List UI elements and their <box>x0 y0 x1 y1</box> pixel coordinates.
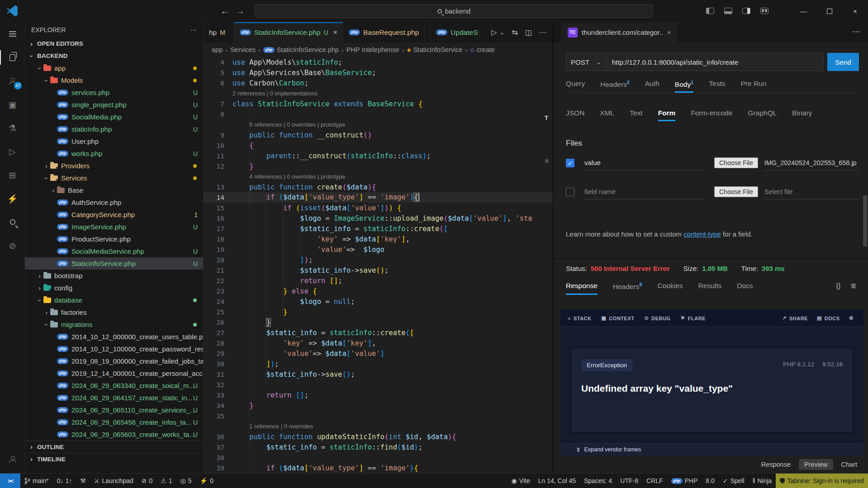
breadcrumb-item-staticinfoservice-php[interactable]: phpStaticInfoService.php <box>263 46 339 53</box>
compare-changes-icon[interactable]: ⇆ <box>512 28 517 37</box>
thunder-icon[interactable]: ⚡ <box>0 187 25 210</box>
ignition-tab-context[interactable]: ▦CONTEXT <box>602 315 635 321</box>
codelens-label[interactable]: 5 references | 0 overrides | prototype <box>232 121 345 128</box>
tab-tests[interactable]: Tests <box>709 80 725 93</box>
codelens-label[interactable]: 4 references | 0 overrides | prototype <box>232 173 345 180</box>
tree-item-imageservice-php[interactable]: phpImageService.phpU <box>25 221 203 233</box>
statusbar-git-branch[interactable]: main* <box>20 474 53 488</box>
tree-item-works-php[interactable]: phpworks.phpU <box>25 147 203 160</box>
tree-item-2019-12-14-000001-create-personal-acc-[interactable]: php2019_12_14_000001_create_personal_acc… <box>25 367 203 379</box>
menu-icon[interactable] <box>0 22 25 46</box>
scrollbar-thumb[interactable] <box>545 159 549 163</box>
tree-item-2024-06-29-064157-create-static-in-[interactable]: php2024_06_29_064157_create_static_in...… <box>25 392 203 404</box>
tab-staticinfoservice.php[interactable]: phpStaticInfoService.phpU× <box>234 22 343 43</box>
choose-file-button[interactable]: Choose File <box>714 157 758 168</box>
flask-icon[interactable]: ⚗ <box>0 116 25 140</box>
layout-customize-icon[interactable] <box>760 8 768 14</box>
statusbar-spell-checker[interactable]: ✓Spell <box>719 474 749 488</box>
tab-binary[interactable]: Binary <box>792 109 812 121</box>
tab-close-icon[interactable]: × <box>333 28 337 37</box>
tree-item-user-php[interactable]: phpUser.php <box>25 135 203 147</box>
tree-item-socialmediaservice-php[interactable]: phpSocialMediaService.phpU <box>25 245 203 257</box>
breadcrumb-item-create[interactable]: ◇create <box>470 46 495 53</box>
tab-pre-run[interactable]: Pre Run <box>740 80 766 93</box>
footer-chart-button[interactable]: Chart <box>837 459 862 470</box>
code-editor[interactable]: 4use App\Models\staticInfo;5use App\Serv… <box>204 57 553 473</box>
tab-docs[interactable]: Docs <box>737 282 753 295</box>
method-select[interactable]: POST⌄ <box>566 53 607 71</box>
tab-headers[interactable]: Headers9 <box>613 282 642 295</box>
breadcrumb-item-services[interactable]: Services <box>230 46 256 53</box>
statusbar-errors[interactable]: ⊘0 <box>138 474 157 488</box>
statusbar-hints[interactable]: ◎5 <box>176 474 196 488</box>
workspace-root[interactable]: ›BACKEND <box>25 50 203 62</box>
thunder-client-tab[interactable]: TC thunderclient.com/categor.. × <box>561 22 678 43</box>
breadcrumb-item-staticinfoservice[interactable]: ◈StaticInfoService <box>407 46 462 53</box>
run-button[interactable]: ▷ <box>491 28 497 37</box>
close-button[interactable]: × <box>842 0 868 22</box>
debug-disable-icon[interactable]: ⊘ <box>0 234 25 257</box>
tree-item-2024-06-29-065603-create-works-ta-[interactable]: php2024_06_29_065603_create_works_ta...U <box>25 428 203 441</box>
tree-item-database[interactable]: ›database <box>25 294 203 306</box>
tree-item-migrations[interactable]: ›migrations <box>25 318 203 331</box>
tree-item-staticinfo-php[interactable]: phpstaticInfo.phpU <box>25 123 203 135</box>
send-button[interactable]: Send <box>827 53 859 71</box>
tree-item-models[interactable]: ›Models <box>25 74 203 86</box>
panel-more-icon[interactable]: ⋯ <box>852 27 860 37</box>
statusbar-launchpad[interactable]: ⚔Launchpad <box>90 474 138 488</box>
expand-vendor-frames[interactable]: ⇕ Expand vendor frames <box>560 443 863 455</box>
tree-item-socialmedia-php[interactable]: phpSocialMedia.phpU <box>25 111 203 123</box>
toggle-secondary-sidebar-icon[interactable] <box>742 8 750 14</box>
choose-file-button[interactable]: Choose File <box>714 186 758 197</box>
package-icon[interactable]: ▣ <box>0 93 25 116</box>
field-name-input[interactable]: value <box>584 155 704 171</box>
tree-item-base[interactable]: ›Base <box>25 184 203 196</box>
ignition-settings[interactable]: ⚙ <box>849 315 856 321</box>
tab-xml[interactable]: XML <box>600 109 614 121</box>
statusbar-php-version[interactable]: 8.0 <box>702 474 718 488</box>
ignition-docs[interactable]: ▤DOCS <box>817 315 840 321</box>
tree-item-providers[interactable]: ›⚙Providers <box>25 160 203 172</box>
checkbox[interactable] <box>566 188 574 196</box>
editor-more-icon[interactable]: ⋯ <box>539 28 546 37</box>
checkbox[interactable]: ✓ <box>566 159 574 167</box>
codelens-label[interactable]: 1 reference | 0 overrides <box>232 423 313 430</box>
tab-baserequest.php[interactable]: phpBaseRequest.php <box>343 22 425 43</box>
statusbar-indentation[interactable]: Spaces: 4 <box>580 474 616 488</box>
statusbar-tools[interactable]: ⚒ <box>76 474 90 488</box>
tab-query[interactable]: Query <box>566 80 585 93</box>
tree-item-categoryservice-php[interactable]: phpCategoryService.php1 <box>25 208 203 221</box>
tab-group2[interactable]: phpUpdateS <box>430 22 480 43</box>
tab-close-icon[interactable]: × <box>667 28 671 36</box>
statusbar-vite[interactable]: ◉Vite <box>508 474 534 488</box>
toggle-panel-icon[interactable] <box>724 8 732 14</box>
tree-item-2024-06-29-065110-create-services-[interactable]: php2024_06_29_065110_create_services_...… <box>25 404 203 416</box>
statusbar-encoding[interactable]: UTF-8 <box>616 474 642 488</box>
tree-item-factories[interactable]: ›factories <box>25 306 203 318</box>
breadcrumb-item-php-intelephense[interactable]: PHP Intelephense <box>346 46 399 53</box>
tree-item-staticinfoservice-php[interactable]: phpStaticInfoService.phpU <box>25 257 203 270</box>
nav-forward-icon[interactable]: → <box>232 6 248 16</box>
tab-results[interactable]: Results <box>698 282 722 295</box>
tab-json[interactable]: JSON <box>566 109 584 121</box>
statusbar-warnings[interactable]: ⚠1 <box>157 474 176 488</box>
tab-auth[interactable]: Auth <box>645 80 659 93</box>
explorer-icon[interactable] <box>0 46 25 69</box>
tree-item-productservice-php[interactable]: phpProductService.php <box>25 233 203 245</box>
ignition-tab-debug[interactable]: ⊙DEBUG <box>644 315 670 321</box>
statusbar-ninja[interactable]: ‖Ninja <box>749 474 776 488</box>
tree-item-2024-06-29-065458-create-infos-ta-[interactable]: php2024_06_29_065458_create_infos_ta...U <box>25 416 203 428</box>
tree-item-2019-08-19-000000-create-failed-jobs-ta-[interactable]: php2019_08_19_000000_create_failed_jobs_… <box>25 355 203 367</box>
statusbar-git-sync[interactable]: 0↓ 1↑ <box>53 474 76 488</box>
remote-indicator[interactable]: >< <box>0 474 20 488</box>
url-input[interactable]: http://127.0.0.1:8000/api/static_info/cr… <box>607 53 823 71</box>
file-value[interactable]: Select file <box>764 184 859 199</box>
open-editors-section[interactable]: ›OPEN EDITORS <box>25 38 203 50</box>
tab-cookies[interactable]: Cookies <box>658 282 683 295</box>
toggle-sidebar-icon[interactable] <box>706 8 714 14</box>
tree-item-config[interactable]: ›⚙config <box>25 282 203 294</box>
content-type-link[interactable]: content-type <box>683 230 721 238</box>
tree-item-services[interactable]: ›⚙Services <box>25 172 203 184</box>
tree-item-2024-06-29-063340-create-soical-m-[interactable]: php2024_06_29_063340_create_soical_m...U <box>25 379 203 392</box>
lines-icon[interactable]: ≣ <box>850 282 856 290</box>
